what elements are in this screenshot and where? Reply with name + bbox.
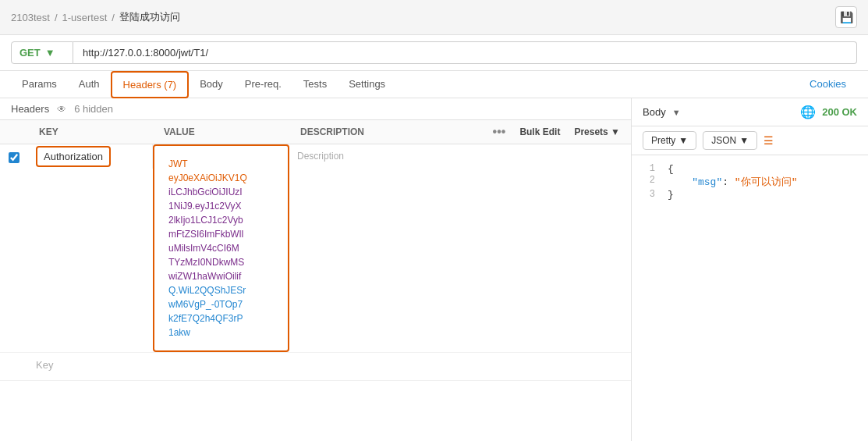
tab-body[interactable]: Body — [189, 72, 234, 98]
globe-icon[interactable]: 🌐 — [800, 105, 816, 119]
table-body: Authorization JWT eyJ0eXAiOiJKV1Q iLCJhb… — [0, 144, 631, 441]
jwt-part10: Q.WiL2QQShJESr — [168, 285, 246, 296]
method-label: GET — [19, 47, 41, 59]
breadcrumb: 2103test / 1-usertest / 登陆成功访问 — [11, 10, 180, 24]
json-button[interactable]: JSON ▼ — [703, 131, 757, 150]
key-cell[interactable]: Authorization — [28, 144, 153, 169]
breadcrumb-sep2: / — [112, 12, 115, 23]
tab-prereq[interactable]: Pre-req. — [234, 72, 292, 98]
body-label: Body — [643, 106, 666, 118]
tab-params[interactable]: Params — [11, 72, 68, 98]
pretty-button[interactable]: Pretty ▼ — [643, 131, 696, 150]
table-header: KEY VALUE DESCRIPTION ••• Bulk Edit Pres… — [0, 120, 631, 144]
breadcrumb-part1: 2103test — [11, 12, 50, 23]
hidden-count: 6 hidden — [74, 103, 113, 115]
jwt-token-value: JWT eyJ0eXAiOiJKV1Q iLCJhbGciOiJIUzI 1Ni… — [162, 152, 280, 344]
json-label: JSON — [711, 135, 736, 146]
json-chevron-icon: ▼ — [739, 135, 749, 146]
request-tabs: Params Auth Headers (7) Body Pre-req. Te… — [0, 71, 868, 98]
pretty-chevron-icon: ▼ — [678, 135, 688, 146]
desc-cell[interactable]: Description — [289, 144, 631, 168]
top-bar: 2103test / 1-usertest / 登陆成功访问 💾 — [0, 0, 868, 35]
json-line-1: 1 { — [643, 163, 857, 175]
row-checkbox-cell — [0, 144, 28, 163]
right-panel: Body ▼ 🌐 200 OK Pretty ▼ JSON ▼ ☰ 1 { — [632, 98, 868, 441]
jwt-part5: 2lkIjo1LCJ1c2Vyb — [168, 215, 243, 226]
header-desc-col: DESCRIPTION — [300, 126, 493, 137]
tab-cookies[interactable]: Cookies — [799, 72, 857, 98]
save-icon: 💾 — [840, 11, 853, 23]
pretty-label: Pretty — [651, 135, 675, 146]
tab-headers[interactable]: Headers (7) — [111, 71, 190, 98]
table-row: Authorization JWT eyJ0eXAiOiJKV1Q iLCJhb… — [0, 144, 631, 353]
url-input[interactable] — [73, 41, 857, 64]
jwt-part2: eyJ0eXAiOiJKV1Q — [168, 172, 247, 183]
header-key-col: KEY — [39, 126, 164, 137]
json-close-brace: } — [668, 189, 674, 201]
presets-label: Presets — [574, 126, 608, 137]
tab-tests[interactable]: Tests — [292, 72, 338, 98]
line-number-2: 2 — [643, 175, 655, 186]
response-toolbar: Pretty ▼ JSON ▼ ☰ — [632, 126, 868, 155]
headers-label: Headers — [11, 103, 49, 115]
json-line-2: 2 "msg": "你可以访问" — [643, 175, 857, 189]
eye-icon: 👁 — [57, 104, 66, 115]
json-open-brace: { — [668, 163, 674, 175]
empty-check-cell — [0, 353, 28, 361]
status-badge: 200 OK — [822, 106, 857, 118]
jwt-part8: TYzMzI0NDkwMS — [168, 257, 244, 268]
header-actions: ••• Bulk Edit Presets ▼ — [493, 125, 620, 139]
headers-subrow: Headers 👁 6 hidden — [0, 98, 631, 120]
save-button[interactable]: 💾 — [835, 6, 857, 28]
more-options-icon[interactable]: ••• — [493, 125, 506, 139]
breadcrumb-part3: 登陆成功访问 — [119, 10, 180, 24]
jwt-part4: 1NiJ9.eyJ1c2VyX — [168, 201, 242, 212]
body-chevron-icon[interactable]: ▼ — [672, 108, 681, 117]
jwt-part6: mFtZSI6ImFkbWlI — [168, 229, 244, 240]
presets-button[interactable]: Presets ▼ — [574, 126, 620, 137]
response-header: Body ▼ 🌐 200 OK — [632, 98, 868, 126]
empty-table-row: Key — [0, 353, 631, 381]
jwt-part12: k2fE7Q2h4QF3rP — [168, 313, 243, 324]
jwt-part11: wM6VgP_-0TOp7 — [168, 299, 243, 310]
method-selector[interactable]: GET ▼ — [11, 41, 73, 64]
desc-placeholder: Description — [297, 151, 344, 162]
line-number-3: 3 — [643, 189, 655, 200]
json-viewer: 1 { 2 "msg": "你可以访问" 3 } — [632, 155, 868, 441]
breadcrumb-part2: 1-usertest — [62, 12, 108, 23]
presets-chevron-icon: ▼ — [611, 126, 620, 137]
jwt-part13: 1akw — [168, 327, 190, 338]
header-value-col: VALUE — [164, 126, 300, 137]
line-number-1: 1 — [643, 163, 655, 174]
tab-settings[interactable]: Settings — [338, 72, 396, 98]
authorization-key: Authorization — [36, 146, 111, 167]
tab-auth[interactable]: Auth — [68, 72, 111, 98]
jwt-part1: JWT — [168, 158, 188, 169]
json-line-3: 3 } — [643, 189, 857, 201]
left-panel: Headers 👁 6 hidden KEY VALUE DESCRIPTION… — [0, 98, 632, 441]
value-cell[interactable]: JWT eyJ0eXAiOiJKV1Q iLCJhbGciOiJIUzI 1Ni… — [153, 144, 289, 352]
jwt-part9: wiZW1haWwiOilif — [168, 271, 241, 282]
json-key-msg: "msg": "你可以访问" — [668, 175, 797, 189]
row-checkbox[interactable] — [9, 152, 19, 163]
main-layout: Headers 👁 6 hidden KEY VALUE DESCRIPTION… — [0, 98, 868, 441]
jwt-part7: uMilsImV4cCI6M — [168, 243, 239, 254]
jwt-part3: iLCJhbGciOiJIUzI — [168, 187, 243, 197]
method-chevron-icon: ▼ — [45, 47, 55, 59]
url-bar: GET ▼ — [0, 35, 868, 71]
bulk-edit-button[interactable]: Bulk Edit — [519, 126, 560, 137]
empty-key-cell[interactable]: Key — [28, 353, 61, 377]
wrap-icon[interactable]: ☰ — [763, 134, 774, 147]
breadcrumb-sep1: / — [55, 12, 58, 23]
